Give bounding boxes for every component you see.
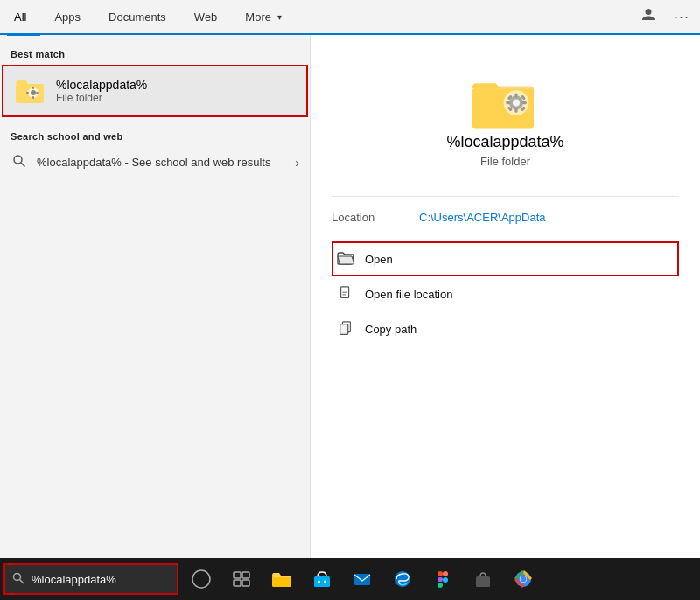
taskbar: %localappdata% (0, 558, 700, 600)
shopping-button[interactable] (464, 560, 502, 598)
svg-line-29 (20, 579, 24, 583)
svg-rect-40 (354, 574, 370, 585)
tab-apps[interactable]: Apps (40, 0, 94, 34)
svg-rect-16 (506, 101, 511, 104)
person-icon[interactable] (637, 3, 660, 30)
top-nav: All Apps Documents Web More ▾ ··· (0, 0, 700, 35)
svg-rect-5 (26, 92, 29, 94)
svg-rect-44 (438, 583, 443, 588)
svg-rect-32 (242, 572, 249, 578)
svg-rect-3 (32, 87, 34, 89)
action-open-label: Open (365, 253, 393, 266)
copy-icon (337, 320, 354, 338)
right-panel: %localappdata% File folder Location C:\U… (311, 35, 700, 558)
main-layout: Best match %localappdata% File folder (0, 35, 700, 558)
action-open[interactable]: Open (332, 241, 679, 276)
svg-point-2 (31, 90, 36, 95)
svg-point-28 (14, 573, 21, 580)
best-match-label: Best match (0, 45, 310, 65)
figma-button[interactable] (424, 560, 462, 598)
action-open-file-location[interactable]: Open file location (332, 276, 679, 311)
info-row-location: Location C:\Users\ACER\AppData (332, 211, 679, 224)
best-match-item[interactable]: %localappdata% File folder (2, 65, 308, 117)
school-section: Search school and web %localappdata% - S… (0, 128, 310, 178)
action-list: Open Open file location (332, 241, 679, 346)
store-button[interactable] (303, 560, 341, 598)
tab-all[interactable]: All (7, 0, 40, 34)
svg-point-30 (192, 570, 210, 588)
file-location-icon (337, 285, 354, 303)
best-match-text: %localappdata% File folder (56, 78, 147, 104)
svg-rect-27 (340, 324, 348, 335)
chrome-button[interactable] (504, 560, 542, 598)
svg-rect-15 (514, 108, 517, 113)
svg-rect-45 (443, 571, 448, 576)
svg-rect-36 (272, 577, 291, 587)
taskview-button[interactable] (222, 560, 261, 598)
action-file-location-label: Open file location (365, 288, 452, 301)
svg-point-50 (521, 576, 527, 583)
tab-more[interactable]: More ▾ (231, 0, 296, 34)
school-section-label: Search school and web (0, 128, 310, 147)
chevron-right-icon: › (295, 156, 299, 170)
svg-rect-33 (234, 580, 241, 586)
edge-button[interactable] (383, 560, 422, 598)
svg-line-8 (21, 163, 25, 167)
result-type: File folder (480, 155, 530, 168)
svg-rect-37 (314, 576, 330, 587)
svg-point-38 (318, 581, 320, 583)
folder-icon-large (471, 73, 541, 133)
school-item[interactable]: %localappdata% - See school and web resu… (0, 147, 310, 178)
left-panel: Best match %localappdata% File folder (0, 35, 311, 558)
action-copy-path[interactable]: Copy path (332, 311, 679, 346)
ellipsis-icon[interactable]: ··· (670, 4, 693, 30)
nav-icons: ··· (637, 3, 693, 30)
svg-rect-34 (242, 580, 249, 586)
search-bar[interactable]: %localappdata% (4, 563, 178, 595)
taskbar-search-icon (12, 572, 24, 587)
tab-documents[interactable]: Documents (94, 0, 180, 34)
svg-rect-4 (32, 96, 34, 99)
svg-rect-31 (234, 572, 241, 578)
action-copy-path-label: Copy path (365, 323, 416, 336)
svg-rect-42 (438, 571, 443, 576)
location-value[interactable]: C:\Users\ACER\AppData (419, 211, 546, 224)
divider (332, 196, 679, 197)
search-icon (10, 154, 28, 171)
svg-point-46 (443, 577, 448, 583)
mail-button[interactable] (343, 560, 382, 598)
svg-point-39 (324, 581, 326, 583)
taskbar-icons (178, 560, 542, 598)
location-label: Location (332, 211, 402, 224)
file-explorer-button[interactable] (262, 560, 301, 598)
result-name: %localappdata% (446, 133, 564, 151)
svg-point-13 (513, 100, 520, 107)
svg-point-7 (14, 156, 22, 164)
svg-rect-43 (438, 577, 443, 582)
tab-web[interactable]: Web (180, 0, 232, 34)
search-input-value: %localappdata% (32, 573, 116, 586)
svg-rect-14 (514, 93, 517, 98)
svg-rect-47 (476, 576, 490, 587)
result-preview: %localappdata% File folder (332, 56, 679, 189)
folder-icon-small (14, 75, 46, 107)
cortana-button[interactable] (182, 560, 220, 598)
svg-rect-6 (36, 92, 38, 94)
chevron-down-icon: ▾ (277, 12, 282, 22)
open-folder-icon (337, 250, 354, 268)
svg-rect-17 (522, 101, 527, 104)
